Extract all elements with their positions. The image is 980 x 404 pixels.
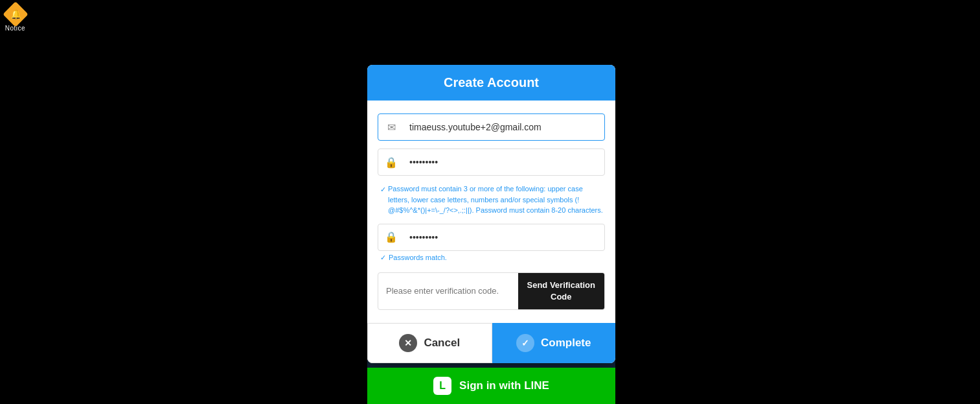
email-input[interactable]: [404, 114, 604, 140]
email-field-row: ✉: [378, 113, 605, 141]
password-hint-text: Password must contain 3 or more of the f…: [388, 185, 603, 214]
confirm-password-icon: 🔒: [378, 231, 404, 243]
confirm-password-input[interactable]: [404, 224, 604, 250]
complete-button[interactable]: ✓ Complete: [492, 323, 616, 363]
complete-label: Complete: [541, 337, 591, 350]
confirm-password-field-row: 🔒: [378, 224, 605, 251]
passwords-match-message: ✓ Passwords match.: [378, 254, 605, 262]
verification-row: Send Verification Code: [378, 272, 605, 310]
notice-diamond-icon: 🔔: [3, 1, 28, 27]
line-icon: L: [433, 377, 451, 395]
passwords-match-check-icon: ✓: [380, 254, 386, 262]
passwords-match-label: Passwords match.: [389, 254, 447, 261]
bell-icon: 🔔: [11, 10, 20, 19]
complete-check-icon: ✓: [516, 334, 534, 352]
send-verification-button[interactable]: Send Verification Code: [518, 273, 604, 309]
password-field-row: 🔒: [378, 149, 605, 176]
create-account-dialog: Create Account ✉ 🔒 ✓ Password must conta…: [367, 65, 615, 363]
line-signin-label: Sign in with LINE: [459, 379, 549, 392]
dialog-title: Create Account: [444, 75, 539, 89]
verification-code-input[interactable]: [378, 278, 513, 303]
line-signin-button[interactable]: L Sign in with LINE: [367, 368, 615, 404]
password-input[interactable]: [404, 149, 604, 175]
dialog-header: Create Account: [367, 65, 615, 101]
dialog-body: ✉ 🔒 ✓ Password must contain 3 or more of…: [367, 101, 615, 323]
action-buttons: ✕ Cancel ✓ Complete: [367, 323, 615, 363]
cancel-x-icon: ✕: [399, 334, 417, 352]
cancel-button[interactable]: ✕ Cancel: [367, 323, 492, 363]
notice-icon[interactable]: 🔔 Notice: [0, 0, 30, 36]
password-icon: 🔒: [378, 156, 404, 169]
password-hint: ✓ Password must contain 3 or more of the…: [378, 184, 605, 216]
email-icon: ✉: [378, 121, 404, 134]
cancel-label: Cancel: [424, 337, 460, 350]
